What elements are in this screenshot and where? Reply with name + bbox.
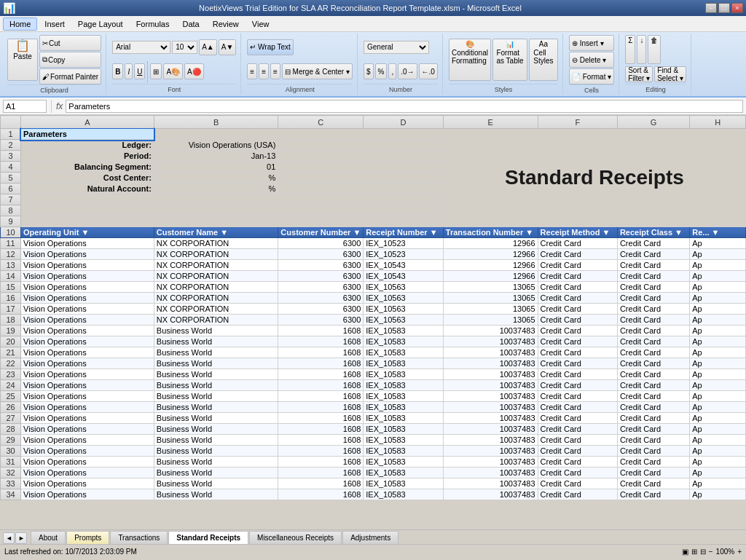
fill-color-button[interactable]: A🎨 <box>163 63 183 79</box>
delete-button[interactable]: ⊖ Delete ▾ <box>569 52 614 68</box>
row-num-1[interactable]: 1 <box>1 129 21 140</box>
conditional-formatting-button[interactable]: 🎨 ConditionalFormatting <box>449 39 491 81</box>
wrap-text-button[interactable]: ↵ Wrap Text <box>247 39 293 55</box>
underline-button[interactable]: U <box>134 63 145 79</box>
row-num-10[interactable]: 10 <box>1 227 21 238</box>
clear-button[interactable]: 🗑 <box>648 35 661 64</box>
header-receipt-number[interactable]: Receipt Number ▼ <box>364 227 444 238</box>
decrease-decimal-button[interactable]: ←.0 <box>419 63 438 79</box>
col-header-d[interactable]: D <box>364 116 444 129</box>
tab-transactions[interactable]: Transactions <box>110 531 168 544</box>
cut-button[interactable]: ✂ Cut <box>39 35 101 51</box>
tab-standard-receipts[interactable]: Standard Receipts <box>168 531 248 544</box>
cell-c2[interactable] <box>278 140 364 151</box>
row-num-6[interactable]: 6 <box>1 184 21 194</box>
italic-button[interactable]: I <box>125 63 133 79</box>
cell-b4[interactable]: 01 <box>154 162 278 173</box>
menu-review[interactable]: Review <box>207 18 245 30</box>
font-size-select[interactable]: 10 <box>172 41 197 54</box>
cell-styles-button[interactable]: Aa CellStyles <box>529 39 558 81</box>
row-num-7[interactable]: 7 <box>1 194 21 205</box>
menu-page-layout[interactable]: Page Layout <box>72 18 129 30</box>
increase-decimal-button[interactable]: .0→ <box>398 63 417 79</box>
align-center-button[interactable]: ≡ <box>259 63 269 79</box>
minimize-button[interactable]: − <box>705 3 717 13</box>
cell-b5[interactable]: % <box>154 173 278 184</box>
header-customer-number[interactable]: Customer Number ▼ <box>278 227 364 238</box>
copy-button[interactable]: ⧉ Copy <box>39 52 101 68</box>
cell-a8[interactable] <box>21 205 154 216</box>
cell-d6[interactable] <box>364 184 444 194</box>
menu-data[interactable]: Data <box>176 18 205 30</box>
font-family-select[interactable]: Arial <box>112 41 170 54</box>
maximize-button[interactable]: □ <box>718 3 730 13</box>
fill-button[interactable]: ↓ <box>637 35 646 64</box>
col-header-e[interactable]: E <box>443 116 538 129</box>
cell-c3[interactable] <box>278 151 364 162</box>
menu-insert[interactable]: Insert <box>39 18 71 30</box>
cell-c6[interactable] <box>278 184 364 194</box>
menu-formulas[interactable]: Formulas <box>130 18 176 30</box>
insert-button[interactable]: ⊕ Insert ▾ <box>569 35 614 51</box>
menu-view[interactable]: View <box>246 18 275 30</box>
merge-center-button[interactable]: ⊟ Merge & Center ▾ <box>282 63 353 79</box>
row-num-4[interactable]: 4 <box>1 162 21 173</box>
percent-button[interactable]: % <box>375 63 388 79</box>
format-painter-button[interactable]: 🖌 Format Painter <box>39 68 101 84</box>
find-select-button[interactable]: Find &Select ▾ <box>654 66 686 82</box>
col-header-g[interactable]: G <box>617 116 689 129</box>
increase-font-button[interactable]: A▲ <box>199 39 217 55</box>
bold-button[interactable]: B <box>112 63 123 79</box>
page-layout-icon[interactable]: ⊞ <box>691 548 697 556</box>
cell-d1[interactable] <box>364 129 444 140</box>
cell-reference-input[interactable] <box>3 100 47 113</box>
font-color-button[interactable]: A🔴 <box>184 63 204 79</box>
tab-miscellaneous-receipts[interactable]: Miscellaneous Receipts <box>249 531 342 544</box>
menu-home[interactable]: Home <box>3 17 37 31</box>
currency-button[interactable]: $ <box>364 63 374 79</box>
header-transaction-number[interactable]: Transaction Number ▼ <box>443 227 538 238</box>
header-operating-unit[interactable]: Operating Unit ▼ <box>21 227 154 238</box>
tab-prompts[interactable]: Prompts <box>66 531 109 544</box>
sort-filter-button[interactable]: Sort &Filter ▾ <box>625 66 653 82</box>
col-header-c[interactable]: C <box>278 116 364 129</box>
tab-about[interactable]: About <box>31 531 66 544</box>
tab-adjustments[interactable]: Adjustments <box>342 531 398 544</box>
cell-a6[interactable]: Natural Account: <box>21 184 154 194</box>
row-num-2[interactable]: 2 <box>1 140 21 151</box>
row-num-5[interactable]: 5 <box>1 173 21 184</box>
cell-a7[interactable] <box>21 194 154 205</box>
cell-d3[interactable] <box>364 151 444 162</box>
cell-a5[interactable]: Cost Center: <box>21 173 154 184</box>
row-num-8[interactable]: 8 <box>1 205 21 216</box>
col-header-h[interactable]: H <box>690 116 746 129</box>
cell-d2[interactable] <box>364 140 444 151</box>
align-left-button[interactable]: ≡ <box>247 63 257 79</box>
cell-d4[interactable] <box>364 162 444 173</box>
col-header-f[interactable]: F <box>538 116 617 129</box>
cell-a4[interactable]: Balancing Segment: <box>21 162 154 173</box>
cell-c5[interactable] <box>278 173 364 184</box>
col-header-b[interactable]: B <box>154 116 278 129</box>
tab-scroll-left[interactable]: ◄ <box>3 532 15 544</box>
col-header-a[interactable]: A <box>21 116 154 129</box>
close-button[interactable]: × <box>731 3 743 13</box>
cell-b1[interactable] <box>154 129 278 140</box>
number-format-select[interactable]: General <box>364 41 429 54</box>
cell-b2[interactable]: Vision Operations (USA) <box>154 140 278 151</box>
borders-button[interactable]: ⊞ <box>150 63 162 79</box>
format-button[interactable]: 📄 Format ▾ <box>569 68 614 84</box>
cell-d5[interactable] <box>364 173 444 184</box>
header-receipt-method[interactable]: Receipt Method ▼ <box>538 227 617 238</box>
formula-input[interactable] <box>66 100 743 113</box>
cell-b3[interactable]: Jan-13 <box>154 151 278 162</box>
cell-b6[interactable]: % <box>154 184 278 194</box>
header-more[interactable]: Re... ▼ <box>690 227 746 238</box>
align-right-button[interactable]: ≡ <box>270 63 280 79</box>
row-num-9[interactable]: 9 <box>1 216 21 227</box>
tab-scroll-right[interactable]: ► <box>15 532 27 544</box>
paste-button[interactable]: 📋 Paste <box>7 39 38 81</box>
zoom-in-button[interactable]: + <box>737 548 742 556</box>
format-as-table-button[interactable]: 📊 Formatas Table <box>492 39 527 81</box>
sum-button[interactable]: Σ <box>625 35 635 64</box>
